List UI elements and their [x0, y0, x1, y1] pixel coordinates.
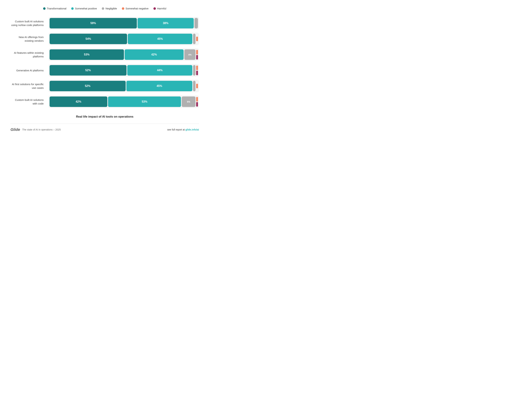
- row-label-2: AI features within existing platforms: [10, 51, 45, 58]
- bar-negligible-2: 4%: [184, 49, 196, 60]
- legend-dot-somewhat-positive: [71, 7, 74, 10]
- small-bars-3: [196, 65, 198, 75]
- legend: Transformational Somewhat positive Negli…: [10, 7, 199, 10]
- footer-left: Glide The state of AI in operations – 20…: [10, 127, 61, 132]
- bar-negligible-4: [193, 81, 196, 91]
- footer-right: see full report at glide.info/ai: [167, 128, 199, 131]
- row-label-0: Custom built AI solutions using no/low c…: [10, 19, 45, 27]
- bar-negligible-0: [194, 18, 198, 28]
- bar-container-5: 42%53%5%: [48, 95, 199, 108]
- bar-negligible-5: 5%: [182, 96, 196, 107]
- bar-container-1: 54%45%: [48, 33, 199, 45]
- legend-item-negligible: Negligible: [102, 7, 117, 10]
- bar-container-3: 52%44%: [48, 64, 199, 76]
- chart-row: New AI offerings from existing vendors54…: [10, 33, 199, 45]
- bar-negligible-1: [193, 34, 196, 44]
- bar-container-0: 59%38%: [48, 17, 199, 29]
- footer-subtitle: The state of AI in operations – 2025: [22, 128, 61, 131]
- chart-area: Custom built AI solutions using no/low c…: [10, 17, 199, 108]
- footer: Glide The state of AI in operations – 20…: [10, 124, 199, 132]
- small-bars-1: [196, 34, 198, 44]
- small-bars-2: [196, 49, 198, 60]
- chart-row: AI features within existing platforms53%…: [10, 48, 199, 61]
- glide-logo: Glide: [10, 127, 20, 132]
- small-bars-5: [196, 96, 198, 107]
- legend-label-transformational: Transformational: [47, 7, 66, 10]
- bar-somewhat-positive-5: 53%: [108, 96, 181, 107]
- chart-row: AI first solutions for specific use case…: [10, 80, 199, 92]
- chart-row: Custom built AI solutions using no/low c…: [10, 17, 199, 29]
- bar-container-4: 52%45%: [48, 80, 199, 92]
- bar-transformational-2: 53%: [49, 49, 124, 60]
- footer-cta-link[interactable]: glide.info/ai: [185, 128, 199, 131]
- legend-dot-harmful: [153, 7, 156, 10]
- bar-somewhat-positive-2: 42%: [125, 49, 184, 60]
- bar-somewhat-positive-0: 38%: [138, 18, 194, 28]
- row-label-4: AI first solutions for specific use case…: [10, 82, 45, 90]
- chart-row: Custom built AI solutions with code42%53…: [10, 95, 199, 108]
- bar-container-2: 53%42%4%: [48, 48, 199, 61]
- bar-transformational-1: 54%: [49, 34, 127, 44]
- row-label-1: New AI offerings from existing vendors: [10, 35, 45, 43]
- legend-item-somewhat-negative: Somewhat negative: [122, 7, 149, 10]
- legend-item-transformational: Transformational: [43, 7, 66, 10]
- legend-dot-negligible: [102, 7, 104, 10]
- bar-transformational-0: 59%: [49, 18, 137, 28]
- bar-transformational-5: 42%: [49, 96, 107, 107]
- footer-cta-text: see full report at: [167, 128, 185, 131]
- row-label-5: Custom built AI solutions with code: [10, 98, 45, 105]
- chart-title: Real life impact of AI tools on operatio…: [10, 115, 199, 118]
- row-label-3: Generative AI platforms: [10, 69, 45, 72]
- legend-item-harmful: Harmful: [153, 7, 166, 10]
- legend-item-somewhat-positive: Somewhat positive: [71, 7, 97, 10]
- legend-label-negligible: Negligible: [105, 7, 117, 10]
- bar-transformational-3: 52%: [49, 65, 126, 75]
- legend-label-harmful: Harmful: [157, 7, 166, 10]
- legend-dot-transformational: [43, 7, 46, 10]
- legend-label-somewhat-negative: Somewhat negative: [125, 7, 149, 10]
- chart-row: Generative AI platforms52%44%: [10, 64, 199, 76]
- legend-dot-somewhat-negative: [122, 7, 124, 10]
- bar-somewhat-positive-4: 45%: [126, 81, 192, 91]
- legend-label-somewhat-positive: Somewhat positive: [75, 7, 97, 10]
- small-bars-4: [196, 81, 198, 91]
- bar-negligible-3: [193, 65, 196, 75]
- bar-somewhat-positive-3: 44%: [127, 65, 192, 75]
- bar-somewhat-positive-1: 45%: [128, 34, 192, 44]
- bar-transformational-4: 52%: [49, 81, 126, 91]
